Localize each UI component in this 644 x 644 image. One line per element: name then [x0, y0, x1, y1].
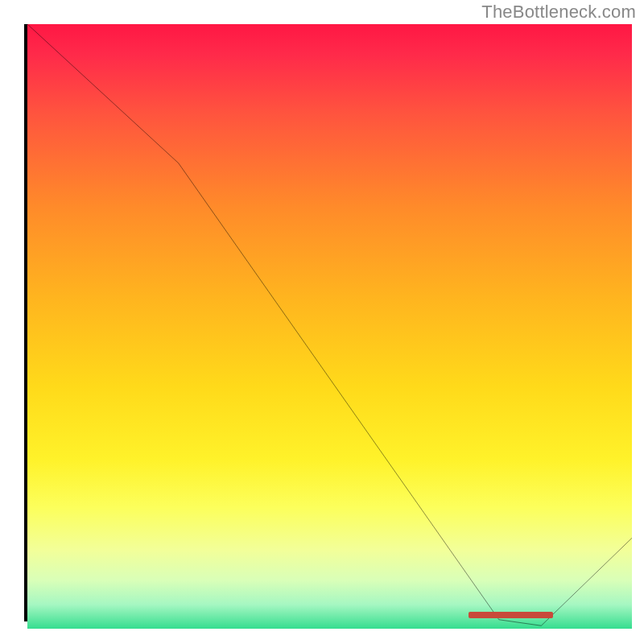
watermark-text: TheBottleneck.com — [481, 2, 636, 23]
plot-area — [27, 24, 632, 618]
chart-container: TheBottleneck.com — [0, 0, 644, 644]
line-curve — [27, 24, 632, 629]
optimal-range-marker — [469, 612, 553, 618]
